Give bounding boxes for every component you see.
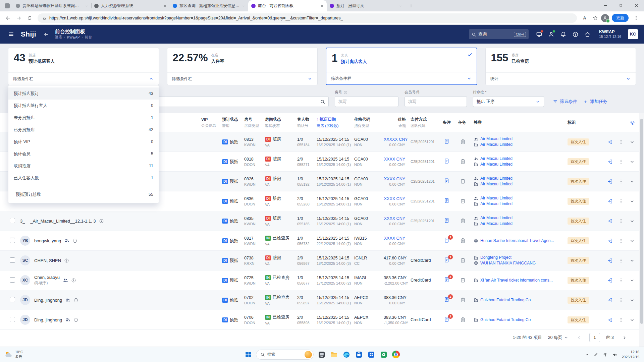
filter-button[interactable]: 筛选条件: [553, 96, 577, 107]
related-link[interactable]: Air Macau Limited: [474, 156, 565, 162]
header-back-icon[interactable]: [42, 30, 50, 38]
row-expand-icon[interactable]: [629, 258, 635, 263]
window-close-button[interactable]: [629, 0, 644, 11]
group-icon[interactable]: [65, 317, 70, 322]
filter-dropdown-item[interactable]: 取消抵店11: [8, 160, 159, 172]
row-expand-icon[interactable]: [629, 317, 635, 323]
related-link[interactable]: Air Macau Limited: [474, 162, 565, 167]
home-icon[interactable]: [582, 28, 593, 40]
table-row[interactable]: SCCHEN, SHENDI预抵0738KRXNDI脏房VA2/00568671…: [0, 251, 644, 270]
read-aloud-icon[interactable]: A: [580, 15, 589, 20]
related-link[interactable]: Xi 'an Air Travel ticket information con…: [474, 278, 565, 283]
checkin-icon[interactable]: [607, 278, 613, 283]
url-bar[interactable]: https://cn1.web.ep.shiji.world/individua…: [38, 13, 577, 23]
app-chrome-icon[interactable]: [391, 350, 400, 359]
info-icon[interactable]: [64, 258, 69, 263]
row-expand-icon[interactable]: [629, 238, 635, 244]
task-icon[interactable]: [460, 317, 466, 322]
new-tab-button[interactable]: [407, 1, 415, 10]
table-row[interactable]: XCChen, xiaoyu(陈晓宇)DI预抵0725KWDNIN已检查房VA1…: [0, 270, 644, 290]
checkin-icon[interactable]: [607, 139, 613, 145]
breadcrumb-item[interactable]: KWEAP: [67, 35, 80, 39]
checkin-icon[interactable]: [607, 317, 613, 323]
checkin-icon[interactable]: [607, 297, 613, 303]
task-icon[interactable]: [460, 139, 466, 144]
current-page-input[interactable]: 1: [589, 333, 600, 342]
filter-dropdown-item[interactable]: 已入住客人数1: [8, 172, 159, 184]
global-search[interactable]: Ctrl+/: [469, 29, 529, 39]
checkin-icon[interactable]: [607, 218, 613, 224]
info-icon[interactable]: [73, 317, 78, 322]
app-desktop-icon[interactable]: [317, 350, 326, 359]
window-minimize-button[interactable]: [598, 0, 613, 11]
row-menu-icon[interactable]: [618, 218, 624, 224]
related-link[interactable]: WUHAN TIANXIA FANGCANG: [474, 260, 565, 266]
row-menu-icon[interactable]: [618, 278, 624, 283]
browser-menu-icon[interactable]: [631, 13, 641, 23]
related-link[interactable]: Air Macau Limited: [474, 221, 565, 227]
app-green-icon[interactable]: [379, 350, 388, 359]
related-link[interactable]: Air Macau Limited: [474, 181, 565, 187]
stat-card-filter-toggle[interactable]: 筛选条件栏: [8, 72, 159, 85]
app-store-icon[interactable]: [354, 350, 363, 359]
browser-tab[interactable]: 贵阳机场智选假日酒店系统网址 |...: [13, 0, 91, 11]
task-icon[interactable]: [460, 238, 466, 243]
row-menu-icon[interactable]: [618, 258, 624, 263]
checkin-icon[interactable]: [607, 198, 613, 204]
notifications-bell-icon[interactable]: [557, 28, 569, 40]
browser-forward-button[interactable]: [14, 13, 23, 23]
info-icon[interactable]: [73, 298, 78, 303]
row-checkbox[interactable]: [10, 297, 15, 302]
start-button[interactable]: [244, 350, 253, 359]
tray-pen-icon[interactable]: [594, 352, 598, 358]
row-menu-icon[interactable]: [618, 159, 624, 165]
row-expand-icon[interactable]: [629, 297, 635, 303]
task-icon[interactable]: [460, 278, 466, 283]
filter-dropdown-item[interactable]: 预计 VIP0: [8, 136, 159, 148]
related-link[interactable]: Dongfeng Project: [474, 255, 565, 260]
table-row[interactable]: YBbongwk, yangDI预抵0817KWDNIN已检查房VA1/0056…: [0, 231, 644, 251]
table-row[interactable]: JDDing, jinghongDI预抵0706DOONIN已检查房VA2/00…: [0, 310, 644, 330]
note-icon[interactable]: [444, 158, 450, 164]
stat-card-filter-toggle[interactable]: 统计: [486, 72, 636, 85]
filter-dropdown-item[interactable]: 未分房抵店1: [8, 112, 159, 124]
tab-close-icon[interactable]: [320, 4, 324, 8]
row-expand-icon[interactable]: [629, 159, 635, 165]
breadcrumb-item[interactable]: 酒店: [55, 35, 62, 40]
taskbar-search[interactable]: 搜索: [256, 350, 314, 360]
row-expand-icon[interactable]: [629, 218, 635, 224]
table-settings-gear-icon[interactable]: [630, 119, 635, 125]
group-icon[interactable]: [65, 297, 70, 303]
row-expand-icon[interactable]: [629, 198, 635, 204]
browser-back-button[interactable]: [3, 13, 13, 23]
related-link[interactable]: Air Macau Limited: [474, 195, 565, 201]
window-maximize-button[interactable]: [613, 0, 629, 11]
note-icon[interactable]: 1: [444, 237, 450, 243]
add-task-button[interactable]: 添加任务: [583, 96, 607, 107]
filter-dropdown-item[interactable]: 预计会员5: [8, 148, 159, 160]
row-checkbox[interactable]: [10, 218, 15, 223]
row-checkbox[interactable]: [10, 238, 15, 243]
filter-dropdown-item[interactable]: 预计抵店随行客人0: [8, 100, 159, 112]
tab-close-icon[interactable]: [242, 4, 245, 8]
tab-close-icon[interactable]: [85, 4, 88, 8]
checkin-icon[interactable]: [607, 258, 613, 263]
row-checkbox[interactable]: [10, 257, 15, 263]
tray-expand-icon[interactable]: [585, 352, 589, 358]
note-icon[interactable]: [444, 138, 450, 144]
workstation-icon[interactable]: [533, 28, 545, 40]
bookmark-star-icon[interactable]: [590, 13, 600, 23]
app-blue-grid-icon[interactable]: [367, 350, 376, 359]
row-checkbox[interactable]: [10, 277, 15, 283]
global-search-input[interactable]: [478, 32, 507, 37]
note-icon[interactable]: [444, 178, 450, 184]
note-icon[interactable]: 2: [444, 297, 450, 302]
row-expand-icon[interactable]: [629, 139, 635, 145]
task-icon[interactable]: [460, 258, 466, 263]
related-link[interactable]: Air Macau Limited: [474, 215, 565, 221]
browser-tab[interactable]: 前台 - 前台控制面板: [248, 0, 327, 11]
filter-dropdown-item[interactable]: 预计抵店预订43: [8, 87, 159, 100]
filter-dropdown-item[interactable]: 已分房抵店42: [8, 124, 159, 136]
member-number-input[interactable]: [405, 96, 467, 107]
related-link[interactable]: Air Macau Limited: [474, 176, 565, 181]
